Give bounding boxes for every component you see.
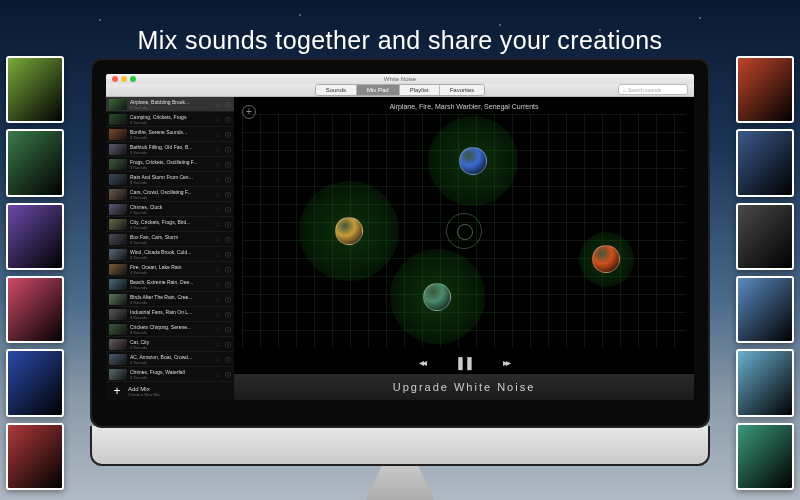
mix-list-item[interactable]: Camping, Crickets, Frogs3 Sounds♡ⓘ — [106, 112, 234, 127]
favorite-icon[interactable]: ♡ — [214, 131, 221, 138]
info-icon[interactable]: ⓘ — [224, 281, 231, 288]
promo-thumbnail — [6, 276, 64, 343]
sound-node-fire[interactable] — [579, 232, 634, 287]
favorite-icon[interactable]: ♡ — [214, 311, 221, 318]
promo-thumbnail — [6, 56, 64, 123]
mix-sound-count: 3 Sounds — [130, 150, 211, 155]
mix-list-item[interactable]: Airplane, Babbling Brook...4 Sounds♡ⓘ — [106, 97, 234, 112]
favorite-icon[interactable]: ♡ — [214, 116, 221, 123]
favorite-icon[interactable]: ♡ — [214, 326, 221, 333]
sound-node-handle[interactable] — [335, 217, 363, 245]
favorite-icon[interactable]: ♡ — [214, 356, 221, 363]
mix-thumbnail — [109, 159, 127, 170]
favorite-icon[interactable]: ♡ — [214, 191, 221, 198]
info-icon[interactable]: ⓘ — [224, 161, 231, 168]
sound-node-senegal-currents[interactable] — [390, 249, 485, 344]
favorite-icon[interactable]: ♡ — [214, 221, 221, 228]
sound-node-handle[interactable] — [592, 245, 620, 273]
favorite-icon[interactable]: ♡ — [214, 236, 221, 243]
mix-sound-count: 2 Sounds — [130, 345, 211, 350]
mix-list-item[interactable]: Industrial Fans, Rain On L...3 Sounds♡ⓘ — [106, 307, 234, 322]
search-input[interactable]: ⌕ Search sounds — [618, 84, 688, 95]
mix-sound-count: 4 Sounds — [130, 360, 211, 365]
mix-list-item[interactable]: Frogs, Crickets, Oscillating F...3 Sound… — [106, 157, 234, 172]
info-icon[interactable]: ⓘ — [224, 356, 231, 363]
info-icon[interactable]: ⓘ — [224, 176, 231, 183]
sound-node-handle[interactable] — [459, 147, 487, 175]
info-icon[interactable]: ⓘ — [224, 371, 231, 378]
mix-thumbnail — [109, 369, 127, 380]
prev-button[interactable]: ◂◂ — [419, 357, 425, 368]
info-icon[interactable]: ⓘ — [224, 341, 231, 348]
play-pause-button[interactable]: ❚❚ — [455, 355, 473, 370]
tab-favorites[interactable]: Favorites — [440, 85, 485, 95]
favorite-icon[interactable]: ♡ — [214, 296, 221, 303]
favorite-icon[interactable]: ♡ — [214, 341, 221, 348]
mix-list-item[interactable]: Crickets Chirping, Serene...3 Sounds♡ⓘ — [106, 322, 234, 337]
mix-list-item[interactable]: Chimes, Clock2 Sounds♡ⓘ — [106, 202, 234, 217]
info-icon[interactable]: ⓘ — [224, 146, 231, 153]
info-icon[interactable]: ⓘ — [224, 131, 231, 138]
mix-list-item[interactable]: AC, Amazon, Boat, Crowd...4 Sounds♡ⓘ — [106, 352, 234, 367]
sound-node-handle[interactable] — [423, 283, 451, 311]
add-mix-row[interactable]: + Add Mix Create a New Mix — [106, 382, 234, 400]
favorite-icon[interactable]: ♡ — [214, 161, 221, 168]
info-icon[interactable]: ⓘ — [224, 266, 231, 273]
window-title: White Noise — [106, 76, 694, 82]
sound-node-marsh-warbler[interactable] — [299, 181, 399, 281]
favorite-icon[interactable]: ♡ — [214, 101, 221, 108]
promo-thumbnail — [6, 129, 64, 196]
info-icon[interactable]: ⓘ — [224, 206, 231, 213]
info-icon[interactable]: ⓘ — [224, 326, 231, 333]
info-icon[interactable]: ⓘ — [224, 296, 231, 303]
mix-thumbnail — [109, 249, 127, 260]
mix-list-item[interactable]: Bonfire, Serene Sounds...3 Sounds♡ⓘ — [106, 127, 234, 142]
mix-grid[interactable] — [242, 114, 686, 348]
favorite-icon[interactable]: ♡ — [214, 371, 221, 378]
mix-list-item[interactable]: Fire, Ocean, Lake Rain3 Sounds♡ⓘ — [106, 262, 234, 277]
info-icon[interactable]: ⓘ — [224, 236, 231, 243]
mix-sound-count: 3 Sounds — [130, 195, 211, 200]
upgrade-banner[interactable]: Upgrade White Noise — [234, 374, 694, 400]
info-icon[interactable]: ⓘ — [224, 116, 231, 123]
favorite-icon[interactable]: ♡ — [214, 251, 221, 258]
mix-list-item[interactable]: Chimes, Frogs, Waterfall3 Sounds♡ⓘ — [106, 367, 234, 382]
mix-list-item[interactable]: Rain And Storm From Cen...3 Sounds♡ⓘ — [106, 172, 234, 187]
mix-thumbnail — [109, 324, 127, 335]
info-icon[interactable]: ⓘ — [224, 251, 231, 258]
mix-list-item[interactable]: Box Fan, Cars, Storm3 Sounds♡ⓘ — [106, 232, 234, 247]
info-icon[interactable]: ⓘ — [224, 191, 231, 198]
mix-thumbnail — [109, 174, 127, 185]
mix-thumbnail — [109, 99, 127, 110]
favorite-icon[interactable]: ♡ — [214, 206, 221, 213]
info-icon[interactable]: ⓘ — [224, 221, 231, 228]
mix-list-item[interactable]: Beach, Extreme Rain, Dee...3 Sounds♡ⓘ — [106, 277, 234, 292]
mix-list-item[interactable]: Wind, Cicada Brook, Cold...3 Sounds♡ⓘ — [106, 247, 234, 262]
mix-sound-count: 3 Sounds — [130, 300, 211, 305]
mix-list-item[interactable]: Birds After The Rain, Cree...3 Sounds♡ⓘ — [106, 292, 234, 307]
mix-list-item[interactable]: City, Crickets, Frogs, Bird...4 Sounds♡ⓘ — [106, 217, 234, 232]
mix-list-item[interactable]: Cat, City2 Sounds♡ⓘ — [106, 337, 234, 352]
promo-thumbnail — [736, 276, 794, 343]
mix-list-item[interactable]: Bathtub Filling, Old Fan, B...3 Sounds♡ⓘ — [106, 142, 234, 157]
mix-sound-count: 3 Sounds — [130, 330, 211, 335]
favorite-icon[interactable]: ♡ — [214, 281, 221, 288]
next-button[interactable]: ▸▸ — [503, 357, 509, 368]
mix-thumbnail — [109, 144, 127, 155]
favorite-icon[interactable]: ♡ — [214, 176, 221, 183]
mix-list: Airplane, Babbling Brook...4 Sounds♡ⓘCam… — [106, 97, 234, 382]
tab-mix-pad[interactable]: Mix Pad — [357, 85, 400, 95]
info-icon[interactable]: ⓘ — [224, 311, 231, 318]
tab-sounds[interactable]: Sounds — [316, 85, 357, 95]
favorite-icon[interactable]: ♡ — [214, 266, 221, 273]
tab-playlist[interactable]: Playlist — [400, 85, 440, 95]
favorite-icon[interactable]: ♡ — [214, 146, 221, 153]
mix-list-item[interactable]: Cars, Crowd, Oscillating F...3 Sounds♡ⓘ — [106, 187, 234, 202]
info-icon[interactable]: ⓘ — [224, 101, 231, 108]
promo-thumbnail — [736, 349, 794, 416]
mix-thumbnail — [109, 339, 127, 350]
mix-sound-count: 3 Sounds — [130, 240, 211, 245]
sound-node-airplane[interactable] — [428, 116, 518, 206]
mix-thumbnail — [109, 279, 127, 290]
promo-thumbnail — [6, 203, 64, 270]
